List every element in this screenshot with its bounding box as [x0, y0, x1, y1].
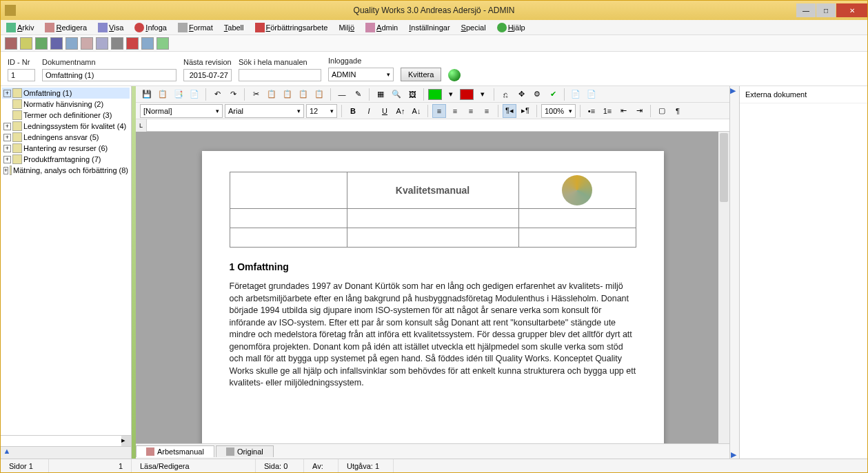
menu-arkiv[interactable]: Arkiv: [3, 21, 37, 34]
menu-visa[interactable]: Visa: [95, 21, 126, 34]
align-center-button[interactable]: ≡: [448, 104, 462, 118]
find-icon[interactable]: 🔍: [390, 88, 403, 101]
tool-9[interactable]: [126, 37, 139, 50]
expand-icon[interactable]: +: [3, 145, 11, 152]
tool-4[interactable]: [50, 37, 63, 50]
select-inloggad[interactable]: ADMIN: [328, 68, 394, 81]
menu-infoga[interactable]: Infoga: [132, 21, 170, 34]
tree-item-5[interactable]: +Hantering av resurser (6): [2, 143, 130, 154]
menu-miljo[interactable]: Miljö: [336, 22, 357, 33]
menu-tabell[interactable]: Tabell: [221, 22, 247, 33]
tool-b-icon[interactable]: 📑: [172, 88, 185, 101]
misc2-icon[interactable]: ⚙: [530, 88, 544, 101]
tool-c-icon[interactable]: 📄: [188, 88, 201, 101]
pen-icon[interactable]: ✎: [351, 88, 365, 101]
ltr-button[interactable]: ¶◂: [503, 104, 516, 118]
align-right-button[interactable]: ≡: [464, 104, 478, 118]
tool-11[interactable]: [157, 37, 169, 50]
tool-3[interactable]: [35, 37, 48, 50]
indent-button[interactable]: ⇥: [632, 104, 646, 118]
doc1-icon[interactable]: 📄: [569, 88, 583, 101]
tool-7[interactable]: [96, 37, 108, 50]
paste-icon[interactable]: 📋: [281, 88, 294, 101]
collapse-right-icon[interactable]: ▶: [730, 86, 738, 94]
tool-a-icon[interactable]: 📋: [156, 88, 170, 101]
align-left-button[interactable]: ≡: [432, 104, 446, 118]
menu-hjalp[interactable]: Hjälp: [494, 21, 528, 34]
fontsize-combo[interactable]: 12: [306, 104, 337, 118]
style-combo[interactable]: [Normal]: [140, 104, 223, 118]
tree-item-1[interactable]: Normativ hänvisning (2): [2, 99, 130, 110]
tree-item-7[interactable]: +Mätning, analys och förbättring (8): [2, 165, 130, 176]
expand-icon[interactable]: +: [3, 167, 8, 174]
expand-right-icon[interactable]: ▶: [731, 450, 739, 459]
doc-vscrollbar[interactable]: [718, 132, 729, 443]
kvittera-button[interactable]: Kvittera: [401, 68, 441, 81]
minimize-button[interactable]: —: [796, 3, 816, 17]
tool-6[interactable]: [81, 37, 93, 50]
document-area[interactable]: Kvalitetsmanual 1 Omfattning Företaget g…: [136, 132, 729, 443]
maximize-button[interactable]: □: [816, 3, 836, 17]
color-red[interactable]: [460, 89, 474, 100]
color-green-drop-icon[interactable]: ▾: [444, 88, 458, 101]
copy-icon[interactable]: 📋: [265, 88, 279, 101]
subscript-button[interactable]: A↓: [410, 104, 423, 118]
input-search[interactable]: [239, 69, 321, 81]
zoom-combo[interactable]: 100%: [541, 104, 576, 118]
superscript-button[interactable]: A↑: [394, 104, 407, 118]
scrollbar-thumb[interactable]: [720, 133, 728, 202]
cut-icon[interactable]: ✂: [249, 88, 263, 101]
align-justify-button[interactable]: ≡: [480, 104, 494, 118]
pilcrow-button[interactable]: ¶: [671, 104, 685, 118]
border-button[interactable]: ▢: [655, 104, 669, 118]
tab-original[interactable]: Original: [216, 445, 274, 457]
tree-item-4[interactable]: +Ledningens ansvar (5): [2, 132, 130, 143]
tool-10[interactable]: [141, 37, 154, 50]
expand-icon[interactable]: +: [3, 156, 11, 163]
image-icon[interactable]: 🖼: [405, 88, 419, 101]
outdent-button[interactable]: ⇤: [616, 104, 630, 118]
tool-2[interactable]: [20, 37, 32, 50]
check-icon[interactable]: ✔: [546, 88, 560, 101]
tool-1[interactable]: [5, 37, 17, 50]
tool-5[interactable]: [65, 37, 78, 50]
bold-button[interactable]: B: [346, 104, 360, 118]
status-orb-icon[interactable]: [448, 69, 461, 81]
tool-8[interactable]: [111, 37, 123, 50]
font-combo[interactable]: Arial: [225, 104, 304, 118]
close-button[interactable]: ✕: [836, 3, 867, 17]
menu-installningar[interactable]: Inställningar: [406, 22, 452, 33]
input-idnr[interactable]: [8, 69, 35, 81]
tree-item-0[interactable]: +Omfattning (1): [2, 88, 130, 99]
redo-icon[interactable]: ↷: [226, 88, 240, 101]
underline-button[interactable]: U: [378, 104, 392, 118]
tree-item-3[interactable]: +Ledningssystem för kvalitet (4): [2, 121, 130, 132]
expand-icon[interactable]: +: [3, 90, 11, 97]
doc2-icon[interactable]: 📄: [585, 88, 598, 101]
menu-admin[interactable]: Admin: [363, 21, 401, 34]
expand-icon[interactable]: +: [3, 134, 11, 141]
input-revision[interactable]: [183, 69, 232, 81]
line-icon[interactable]: —: [335, 88, 349, 101]
paste2-icon[interactable]: 📋: [296, 88, 310, 101]
color-green[interactable]: [428, 89, 442, 100]
ruler[interactable]: L: [136, 119, 729, 132]
document-tree[interactable]: +Omfattning (1)Normativ hänvisning (2)Te…: [1, 86, 131, 435]
menu-format[interactable]: Format: [175, 21, 216, 34]
paste3-icon[interactable]: 📋: [312, 88, 326, 101]
table-icon[interactable]: ▦: [374, 88, 387, 101]
expand-icon[interactable]: +: [3, 123, 11, 130]
tree-item-6[interactable]: +Produktframtagning (7): [2, 154, 130, 165]
menu-forbattring[interactable]: Förbättringsarbete: [252, 21, 331, 34]
input-doknamn[interactable]: [42, 69, 176, 81]
tree-item-2[interactable]: Termer och definitioner (3): [2, 110, 130, 121]
menu-special[interactable]: Special: [458, 22, 489, 33]
menu-redigera[interactable]: Redigera: [42, 21, 90, 34]
rtl-button[interactable]: ▸¶: [518, 104, 532, 118]
italic-button[interactable]: I: [362, 104, 376, 118]
list-bullet-button[interactable]: •≡: [585, 104, 598, 118]
tab-arbetsmanual[interactable]: Arbetsmanual: [136, 445, 214, 457]
move-icon[interactable]: ✥: [514, 88, 528, 101]
misc1-icon[interactable]: ⎌: [498, 88, 512, 101]
undo-icon[interactable]: ↶: [210, 88, 224, 101]
